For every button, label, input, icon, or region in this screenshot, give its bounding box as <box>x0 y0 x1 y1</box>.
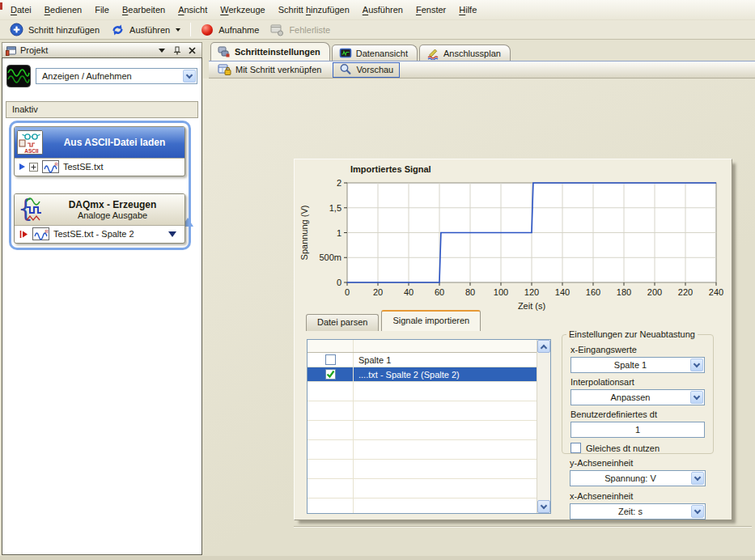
same-dt-label: Gleiches dt nutzen <box>586 443 660 453</box>
step-daqmx-header[interactable]: { DAQmx - Erzeugen Analoge Ausgabe <box>15 194 185 225</box>
panel-pin-button[interactable] <box>171 45 183 56</box>
signal-checkbox[interactable] <box>325 369 336 380</box>
signal-icon: R <box>42 160 59 173</box>
scroll-down-button[interactable] <box>537 500 550 513</box>
x-input-value: Spalte 1 <box>571 358 689 372</box>
chevron-down-icon[interactable] <box>690 391 703 404</box>
import-tab-bar: Datei parsenSignale importieren <box>306 310 481 331</box>
menu-ansicht[interactable]: Ansicht <box>172 0 214 20</box>
data-view-icon <box>339 47 352 60</box>
menu-datei[interactable]: Datei <box>4 0 38 20</box>
svg-text:120: 120 <box>524 287 539 297</box>
add-step-button[interactable]: Schritt hinzufügen <box>4 21 105 39</box>
interpolation-value: Anpassen <box>571 390 689 405</box>
svg-text:180: 180 <box>617 287 631 297</box>
step-load-ascii[interactable]: ASCII Aus ASCII-Datei laden R TestSE.txt <box>14 126 185 176</box>
preview-button[interactable]: Vorschau <box>333 62 400 78</box>
resample-group-title: Einstellungen zur Neuabtastung <box>566 329 698 339</box>
tab-label: Datenansicht <box>356 49 408 58</box>
tab-schritteinstellungen[interactable]: Schritteinstellungen <box>210 42 330 61</box>
signal-table-rows: Spalte 1....txt - Spalte 2 (Spalte 2) <box>308 340 537 513</box>
table-row[interactable]: Spalte 1 <box>308 353 537 367</box>
x-unit-label: x-Achseneinheit <box>570 491 706 502</box>
table-row-empty <box>308 382 537 401</box>
menu-ausf-hren[interactable]: Ausführen <box>356 0 409 20</box>
toolbar-separator <box>190 23 191 36</box>
x-unit-combo[interactable]: Zeit: s <box>570 503 706 520</box>
panel-close-button[interactable] <box>186 45 198 56</box>
menu-file[interactable]: File <box>88 0 116 20</box>
tab-datei-parsen[interactable]: Datei parsen <box>306 314 379 331</box>
window-bottom-edge <box>0 556 755 560</box>
chevron-down-icon[interactable] <box>690 358 703 371</box>
svg-text:220: 220 <box>678 287 693 297</box>
custom-dt-input[interactable]: 1 <box>570 422 705 438</box>
table-row[interactable]: ....txt - Spalte 2 (Spalte 2) <box>308 367 537 382</box>
menu-bar: DateiBedienenFileBearbeitenAnsichtWerkze… <box>0 0 755 20</box>
project-mode-combo[interactable]: Anzeigen / Aufnehmen <box>36 68 197 84</box>
svg-text:20: 20 <box>373 287 383 297</box>
table-scrollbar[interactable] <box>537 340 550 513</box>
daqmx-generate-icon: { <box>18 195 44 224</box>
link-to-step-button[interactable]: Mit Schritt verknüpfen <box>212 62 327 78</box>
signal-checkbox[interactable] <box>325 354 336 365</box>
step-load-ascii-header[interactable]: ASCII Aus ASCII-Datei laden <box>15 127 185 158</box>
chevron-down-icon[interactable] <box>691 505 704 518</box>
input-marker-icon <box>19 230 28 239</box>
play-icon <box>19 163 25 170</box>
x-unit-value: Zeit: s <box>570 504 690 519</box>
svg-text:R: R <box>55 162 59 167</box>
menu-bearbeiten[interactable]: Bearbeiten <box>116 0 172 20</box>
window-edge-artifact <box>0 2 2 10</box>
step-daqmx-title: DAQmx - Erzeugen <box>44 200 181 210</box>
svg-text:160: 160 <box>586 287 600 297</box>
y-unit-value: Spannung: V <box>570 471 690 486</box>
same-dt-row[interactable]: Gleiches dt nutzen <box>570 443 705 453</box>
panel-menu-button[interactable] <box>155 45 168 56</box>
tab-datenansicht[interactable]: Datenansicht <box>332 45 418 61</box>
chevron-down-icon[interactable] <box>691 472 704 485</box>
y-unit-combo[interactable]: Spannung: V <box>570 470 706 486</box>
menu-werkzeuge[interactable]: Werkzeuge <box>214 0 271 20</box>
error-list-label: Fehlerliste <box>289 25 330 35</box>
step-daqmx-input-row[interactable]: R TestSE.txt - Spalte 2 <box>15 225 185 242</box>
expand-icon[interactable] <box>29 163 38 172</box>
menu-schritt-hinzuf-gen[interactable]: Schritt hinzufügen <box>272 0 356 20</box>
run-button[interactable]: Ausführen <box>105 21 186 39</box>
link-to-step-label: Mit Schritt verknüpfen <box>235 65 321 74</box>
svg-text:0: 0 <box>345 287 350 297</box>
project-panel-icon <box>6 45 17 56</box>
svg-text:R: R <box>45 229 49 234</box>
tab-anschlussplan[interactable]: Anschlussplan <box>419 45 511 61</box>
interpolation-combo[interactable]: Anpassen <box>570 389 705 405</box>
run-dropdown-caret-icon[interactable] <box>176 28 180 34</box>
chevron-up-icon <box>541 344 547 350</box>
menu-bedienen[interactable]: Bedienen <box>38 0 89 20</box>
svg-text:1: 1 <box>337 228 341 238</box>
signal-table: Spalte 1....txt - Spalte 2 (Spalte 2) <box>307 339 551 514</box>
same-dt-checkbox[interactable] <box>570 443 581 453</box>
step-settings-page: 0204060801001201401601802002202400500m11… <box>203 78 755 560</box>
svg-text:80: 80 <box>465 287 475 297</box>
add-step-icon <box>10 23 23 36</box>
connection-diagram-icon <box>426 47 439 60</box>
chevron-down-icon[interactable] <box>168 231 176 237</box>
step-daqmx-generate[interactable]: { DAQmx - Erzeugen Analoge Ausgabe R Tes… <box>14 193 185 244</box>
error-list-button[interactable]: Fehlerliste <box>265 21 336 39</box>
menu-fenster[interactable]: Fenster <box>409 0 452 20</box>
application-window: DateiBedienenFileBearbeitenAnsichtWerkze… <box>0 0 755 560</box>
scroll-up-button[interactable] <box>537 340 550 353</box>
x-input-combo[interactable]: Spalte 1 <box>570 357 705 373</box>
svg-text:240: 240 <box>709 287 723 297</box>
record-button[interactable]: Aufnahme <box>195 21 265 39</box>
tab-signale-importieren[interactable]: Signale importieren <box>381 310 481 331</box>
svg-text:1,5: 1,5 <box>329 203 341 213</box>
step-load-ascii-output-row[interactable]: R TestSE.txt <box>15 158 185 175</box>
resample-groupbox: Einstellungen zur Neuabtastung x-Eingang… <box>562 334 714 454</box>
menu-hilfe[interactable]: Hilfe <box>452 0 483 20</box>
svg-text:ASCII: ASCII <box>24 148 39 154</box>
chevron-down-icon[interactable] <box>183 70 196 83</box>
svg-text:60: 60 <box>435 287 444 297</box>
add-step-label: Schritt hinzufügen <box>28 25 100 35</box>
tab-label: Schritteinstellungen <box>235 47 320 57</box>
